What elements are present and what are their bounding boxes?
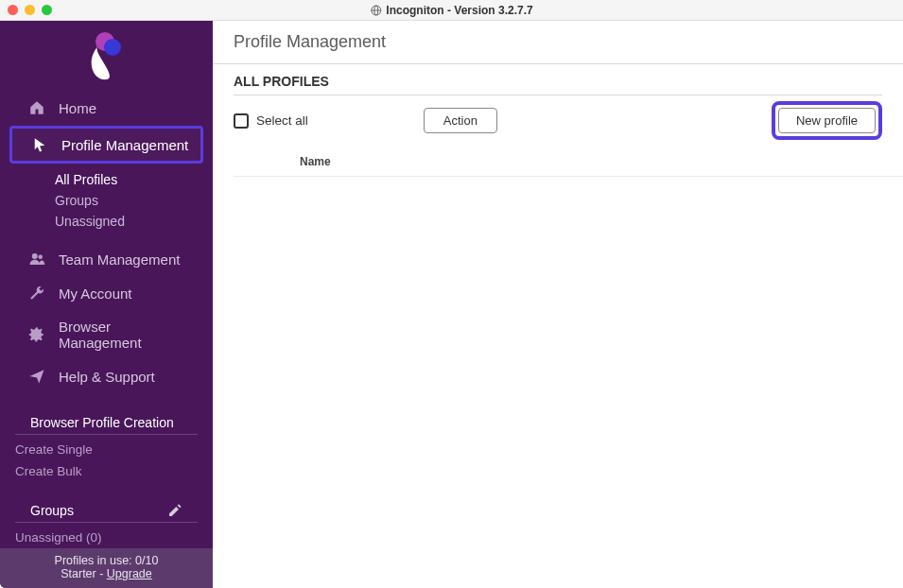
profile-creation-links: Create Single Create Bulk xyxy=(0,439,213,482)
section-title-text: Groups xyxy=(30,503,74,518)
subnav: All Profiles Groups Unassigned xyxy=(0,165,213,241)
app-title-text: Incogniton - Version 3.2.7.7 xyxy=(386,4,532,17)
paper-plane-icon xyxy=(28,368,45,385)
sidebar-item-my-account[interactable]: My Account xyxy=(9,277,203,309)
sidebar-footer: Profiles in use: 0/10 Starter - Upgrade xyxy=(0,548,213,588)
sidebar-item-label: My Account xyxy=(59,285,132,302)
gear-icon xyxy=(28,326,45,343)
subnav-unassigned[interactable]: Unassigned xyxy=(55,211,213,232)
logo xyxy=(0,21,213,90)
sidebar-item-help-support[interactable]: Help & Support xyxy=(9,360,203,392)
section-profile-creation: Browser Profile Creation xyxy=(15,407,198,435)
subnav-groups[interactable]: Groups xyxy=(55,190,213,211)
logo-icon xyxy=(84,30,130,81)
select-all-checkbox[interactable]: Select all xyxy=(234,113,308,129)
app-title: Incogniton - Version 3.2.7.7 xyxy=(370,4,532,17)
page-title: Profile Management xyxy=(213,21,903,63)
action-button[interactable]: Action xyxy=(424,108,497,133)
titlebar: Incogniton - Version 3.2.7.7 xyxy=(0,0,903,21)
home-icon xyxy=(28,99,45,116)
toolbar: Select all Action New profile xyxy=(213,95,903,149)
groups-links: Unassigned (0) xyxy=(0,527,213,548)
select-all-label: Select all xyxy=(256,113,308,128)
sidebar-item-label: Browser Management xyxy=(59,319,192,351)
edit-icon[interactable] xyxy=(167,503,182,518)
upgrade-link[interactable]: Upgrade xyxy=(107,567,152,580)
profiles-in-use: Profiles in use: 0/10 xyxy=(4,554,209,567)
sidebar-item-team-management[interactable]: Team Management xyxy=(9,243,203,275)
plan-label: Starter - xyxy=(61,567,107,580)
sidebar-item-label: Team Management xyxy=(59,251,180,268)
nav: Home Profile Management All Profiles Gro… xyxy=(0,90,213,394)
svg-point-4 xyxy=(104,39,121,56)
users-icon xyxy=(28,251,45,268)
checkbox-box-icon xyxy=(234,113,249,129)
link-group-unassigned[interactable]: Unassigned (0) xyxy=(0,527,213,548)
cursor-icon xyxy=(31,136,48,153)
section-title-text: Browser Profile Creation xyxy=(30,415,174,430)
new-profile-highlight: New profile xyxy=(772,101,882,140)
sidebar-item-label: Help & Support xyxy=(59,369,155,385)
new-profile-button[interactable]: New profile xyxy=(778,108,876,133)
close-window-icon[interactable] xyxy=(8,5,18,15)
sidebar-item-label: Profile Management xyxy=(61,137,188,153)
svg-point-5 xyxy=(32,253,38,259)
sidebar-item-browser-management[interactable]: Browser Management xyxy=(9,311,203,358)
sidebar: Home Profile Management All Profiles Gro… xyxy=(0,21,213,588)
maximize-window-icon[interactable] xyxy=(42,5,52,15)
subheader: ALL PROFILES xyxy=(213,64,903,95)
section-groups: Groups xyxy=(15,495,198,523)
plan-row: Starter - Upgrade xyxy=(4,567,209,580)
main: Profile Management ALL PROFILES Select a… xyxy=(213,21,903,588)
link-create-single[interactable]: Create Single xyxy=(0,439,213,460)
sidebar-item-home[interactable]: Home xyxy=(9,92,203,124)
table-column-name: Name xyxy=(234,149,903,177)
window-controls xyxy=(8,5,52,15)
minimize-window-icon[interactable] xyxy=(25,5,35,15)
subnav-all-profiles[interactable]: All Profiles xyxy=(55,169,213,190)
svg-point-6 xyxy=(39,255,43,260)
sidebar-item-label: Home xyxy=(59,100,96,116)
wrench-icon xyxy=(28,285,45,302)
sidebar-item-profile-management[interactable]: Profile Management xyxy=(9,126,203,164)
link-create-bulk[interactable]: Create Bulk xyxy=(0,460,213,482)
globe-icon xyxy=(370,5,381,16)
